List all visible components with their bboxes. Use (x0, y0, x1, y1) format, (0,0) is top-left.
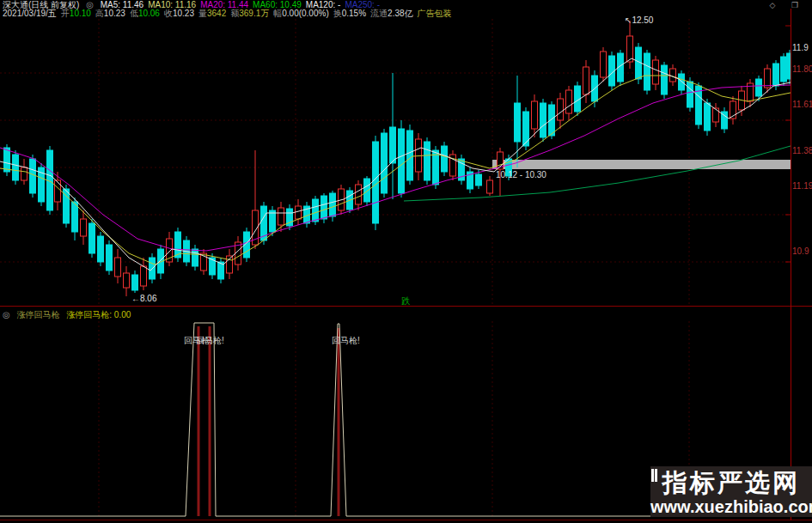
candlestick-chart[interactable] (0, 19, 791, 307)
axis-label: 10.9 (792, 246, 809, 256)
watermark-bars-icon (651, 469, 658, 482)
watermark-site-name: 指标严选网 (650, 468, 812, 497)
indicator-value: 涨停回马枪: 0.00 (66, 310, 131, 319)
restore-window-icon[interactable]: ❐ (791, 1, 805, 9)
info-token: 10.23 (104, 9, 125, 18)
watermark-url: www.xuezhibiao.com (650, 497, 812, 516)
axis-label: 11.19 (792, 181, 812, 191)
indicator-header: ◎ 涨停回马枪 涨停回马枪: 0.00 (3, 310, 131, 319)
info-token: 幅 (273, 9, 282, 18)
info-token: 10.23 (173, 9, 194, 18)
info-token: 2.38亿 (388, 9, 412, 18)
info-token: 0.15% (342, 9, 366, 18)
info-token: 3642 (207, 9, 226, 18)
info-token: 流通 (370, 9, 388, 18)
info-token: 换 (333, 9, 342, 18)
info-token: 收 (164, 9, 173, 18)
info-token: 2021/03/19/五 (3, 9, 57, 18)
info-token: 10.06 (138, 9, 160, 18)
bottom-border (0, 520, 812, 520)
low-price-label: ←8.06 (131, 294, 156, 303)
indicator-icon[interactable]: ◎ (3, 310, 10, 319)
app-window: 深大通(日线 前复权) ◎ MA5: 11.46MA10: 11.16MA20:… (0, 0, 812, 523)
info-token: 0.00(0.00%) (282, 9, 328, 18)
axis-label: 11.9 (792, 43, 809, 52)
fall-marker: 跌 (401, 295, 410, 307)
axis-label: 11.61 (792, 100, 812, 109)
right-axis-line (791, 9, 791, 520)
indicator-title[interactable]: 涨停回马枪 (17, 310, 60, 319)
watermark: 指标严选网 www.xuezhibiao.com (650, 466, 812, 517)
info-token: 额 (230, 9, 239, 18)
info-token: 369.1万 (239, 9, 269, 18)
window-controls: ◇ ❐ (769, 1, 805, 9)
high-price-label: ↖12.50 (625, 15, 653, 25)
info-bar: 2021/03/19/五开10.10高10.23低10.06收10.23量364… (3, 9, 452, 18)
info-token: 高 (95, 9, 104, 18)
axis-label: 11.80 (792, 64, 812, 74)
info-token: 10.10 (70, 9, 91, 18)
gap-band-label: 10.12 - 10.30 (496, 170, 546, 179)
signal-label: 回马枪! (332, 335, 360, 347)
info-token: 广告包装 (418, 9, 452, 18)
info-token: 低 (130, 9, 138, 18)
info-token: 量 (198, 9, 207, 18)
signal-label: 回马枪! (196, 335, 224, 347)
diamond-icon[interactable]: ◇ (769, 1, 782, 9)
info-token: 开 (61, 9, 70, 18)
axis-label: 11.38 (792, 146, 812, 155)
